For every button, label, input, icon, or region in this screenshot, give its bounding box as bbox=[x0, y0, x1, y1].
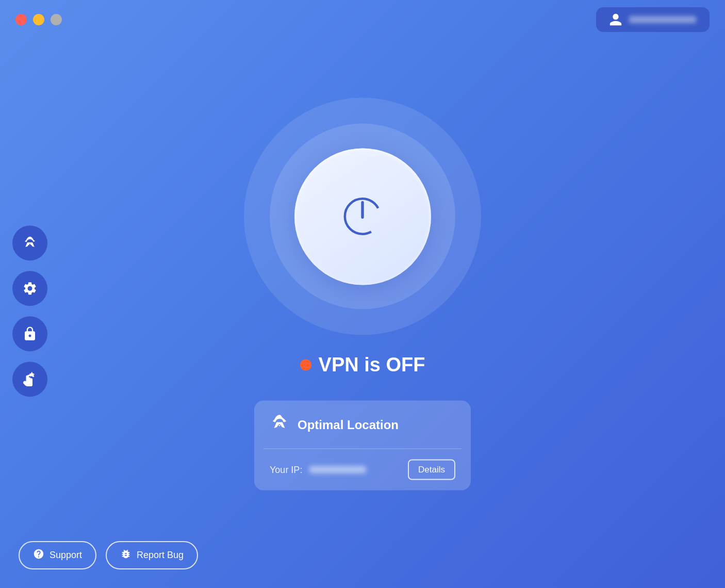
location-card: Optimal Location Your IP: Details bbox=[254, 401, 471, 491]
maximize-button[interactable] bbox=[51, 14, 62, 25]
bug-icon bbox=[120, 548, 131, 562]
gear-icon bbox=[22, 281, 38, 296]
power-button[interactable] bbox=[294, 148, 431, 285]
sidebar-item-security[interactable] bbox=[12, 316, 47, 351]
sidebar-item-speed[interactable] bbox=[12, 225, 47, 260]
rocket-sidebar-icon bbox=[22, 235, 38, 251]
minimize-button[interactable] bbox=[33, 14, 44, 25]
location-bottom: Your IP: Details bbox=[254, 449, 471, 491]
sidebar-item-settings[interactable] bbox=[12, 271, 47, 306]
sidebar-item-blocker[interactable] bbox=[12, 362, 47, 397]
lock-icon bbox=[22, 326, 38, 341]
support-button[interactable]: Support bbox=[19, 541, 96, 569]
status-dot bbox=[300, 359, 311, 370]
user-icon bbox=[608, 12, 623, 27]
user-name bbox=[629, 16, 696, 23]
hand-icon bbox=[22, 371, 38, 387]
vpn-status-text: VPN is OFF bbox=[319, 354, 425, 376]
power-ring-outer bbox=[244, 98, 481, 335]
location-rocket-icon bbox=[270, 413, 289, 436]
details-button[interactable]: Details bbox=[408, 460, 455, 480]
main-content: VPN is OFF Optimal Location Your IP: Det… bbox=[244, 98, 481, 491]
titlebar bbox=[0, 0, 725, 39]
bottom-bar: Support Report Bug bbox=[19, 541, 198, 569]
power-ring-mid bbox=[270, 124, 455, 309]
ip-label: Your IP: bbox=[270, 464, 302, 475]
location-name: Optimal Location bbox=[298, 417, 399, 432]
vpn-status: VPN is OFF bbox=[300, 354, 425, 376]
support-icon bbox=[33, 548, 44, 562]
ip-address-blurred bbox=[309, 466, 366, 473]
location-top[interactable]: Optimal Location bbox=[254, 401, 471, 449]
report-bug-label: Report Bug bbox=[137, 550, 184, 561]
user-account-button[interactable] bbox=[596, 7, 710, 32]
window-controls bbox=[15, 14, 62, 25]
support-label: Support bbox=[50, 550, 82, 561]
report-bug-button[interactable]: Report Bug bbox=[106, 541, 198, 569]
close-button[interactable] bbox=[15, 14, 27, 25]
sidebar bbox=[12, 225, 47, 397]
power-icon bbox=[339, 193, 386, 240]
